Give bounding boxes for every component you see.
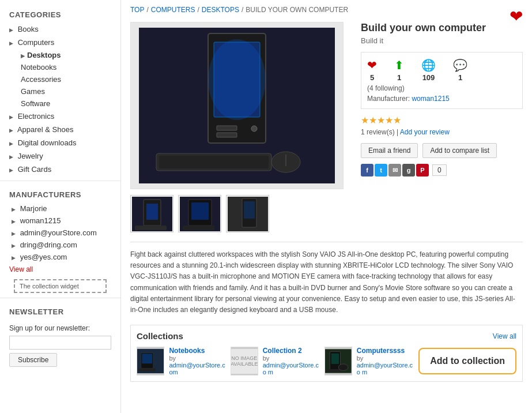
collection-info-notebooks: Notebooks by admin@yourStore.com [169,347,226,376]
sidebar-item-apparel-label: Apparel & Shoes [17,125,74,134]
manufacturer-marjorie[interactable]: Marjorie [0,202,120,215]
facebook-share-button[interactable]: f [361,164,373,177]
following-text: (4 following) [367,84,516,92]
thumbnail-images [130,195,349,232]
manufacturer-text: Manufacturer: woman1215 [367,95,516,103]
manufacturer-dring[interactable]: dring@dring.com [0,239,120,251]
collection-image-computerssss[interactable] [325,347,352,376]
comment-count: 1 [458,73,462,82]
collections-view-all[interactable]: View all [493,332,516,340]
collection-name-notebooks[interactable]: Notebooks [169,347,226,355]
email-friend-button[interactable]: Email a friend [361,143,418,158]
svg-point-31 [338,364,348,371]
main-product-image[interactable] [130,22,344,189]
sidebar-item-desktops[interactable]: ▶Desktops [0,49,120,61]
twitter-share-button[interactable]: t [375,164,387,177]
collection-author-col2[interactable]: admin@yourStore.co m [263,362,320,376]
breadcrumb-top[interactable]: TOP [130,6,144,14]
sidebar-item-software[interactable]: Software [0,97,120,110]
thumbnail-2[interactable] [178,195,221,232]
sidebar-item-notebooks[interactable]: Notebooks [0,61,120,73]
sidebar-item-jewelry-label: Jewelry [18,152,43,160]
product-images [130,22,349,232]
collections-grid: Notebooks by admin@yourStore.com NO IMAG… [137,347,516,376]
breadcrumb-computers[interactable]: COMPUTERS [151,6,195,14]
collection-by-computerssss: by [357,355,414,362]
breadcrumb-desktops[interactable]: DESKTOPS [202,6,239,14]
collection-by-notebooks: by [169,355,226,362]
collection-item-notebooks: Notebooks by admin@yourStore.com [137,347,226,376]
categories-title: CATEGORIES [0,6,120,22]
collection-widget: The collection widget [14,279,107,293]
compare-button[interactable]: Add to compare list [422,143,497,158]
collection-info-col2: Collection 2 by admin@yourStore.co m [263,347,320,376]
svg-rect-25 [142,354,152,363]
stats-row: ❤ 5 ⬆ 1 🌐 109 💬 1 [367,58,516,82]
collection-author-notebooks[interactable]: admin@yourStore.com [169,362,226,376]
product-area: Build your own computer Build it ❤ 5 ⬆ 1 [130,22,523,232]
sidebar-item-apparel[interactable]: Apparel & Shoes [0,123,120,136]
manufacturer-yes[interactable]: yes@yes.com [0,251,120,263]
sidebar-item-giftcards[interactable]: Gift Cards [0,163,120,176]
collection-name-computerssss[interactable]: Computerssss [357,347,414,355]
svg-rect-18 [191,202,209,220]
stat-share: ⬆ 1 [394,58,404,82]
email-share-button[interactable]: ✉ [388,164,401,177]
globe-stat-icon: 🌐 [421,58,436,72]
product-stars: ★★★★★ [361,115,523,126]
subscribe-button[interactable]: Subscribe [9,353,57,367]
breadcrumb-current: BUILD YOUR OWN COMPUTER [246,6,348,14]
newsletter-title: NEWSLETTER [0,303,120,320]
sidebar-item-accessories[interactable]: Accessories [0,73,120,85]
breadcrumb: TOP / COMPUTERS / DESKTOPS / BUILD YOUR … [130,6,523,14]
main-content: TOP / COMPUTERS / DESKTOPS / BUILD YOUR … [121,0,532,413]
svg-rect-30 [327,369,341,371]
sidebar-item-accessories-label: Accessories [21,75,61,84]
stat-comment: 💬 1 [453,58,467,82]
share-count: 1 [397,73,401,82]
manufacturers-view-all[interactable]: View all [0,263,120,276]
sidebar-item-computers[interactable]: Computers [0,36,120,49]
thumbnail-1[interactable] [130,195,173,232]
manufacturer-link[interactable]: woman1215 [412,95,449,103]
manufacturer-woman1215[interactable]: woman1215 [0,215,120,227]
sidebar-item-electronics-label: Electronics [18,112,55,121]
sidebar-item-digital[interactable]: Digital downloads [0,136,120,149]
collection-image-notebooks[interactable] [137,347,164,376]
sidebar-item-games-label: Games [21,87,45,96]
action-buttons: Email a friend Add to compare list [361,143,523,158]
sidebar-item-desktops-label: Desktops [27,51,61,59]
sidebar-item-books-label: Books [18,25,39,33]
collection-widget-label: The collection widget [20,283,79,290]
gplus-share-button[interactable]: g [402,164,415,177]
svg-rect-19 [183,226,214,230]
share-stat-icon: ⬆ [394,58,404,72]
review-count: 1 review(s) [361,128,395,136]
svg-point-7 [251,126,257,132]
thumbnail-3[interactable] [226,195,269,232]
add-to-collection-button[interactable]: Add to collection [418,348,516,374]
heart-count: 5 [370,73,374,82]
collection-name-col2[interactable]: Collection 2 [263,347,320,355]
svg-rect-22 [244,201,255,219]
svg-rect-26 [139,369,156,371]
collections-header: Collections View all [137,331,516,341]
sidebar-item-jewelry[interactable]: Jewelry [0,149,120,163]
sidebar-item-software-label: Software [21,99,50,108]
stat-globe: 🌐 109 [421,58,436,82]
svg-point-4 [208,39,266,120]
sidebar-item-giftcards-label: Gift Cards [18,165,52,174]
sidebar-item-games[interactable]: Games [0,85,120,97]
sidebar-item-books[interactable]: Books [0,22,120,36]
wishlist-heart-icon[interactable]: ❤ [510,7,523,26]
sidebar-item-electronics[interactable]: Electronics [0,110,120,123]
product-description: Fight back against cluttered workspaces … [130,242,523,316]
stat-heart: ❤ 5 [367,58,377,82]
collection-image-col2[interactable]: NO IMAGE AVAILABLE [231,347,258,376]
svg-rect-29 [331,354,339,364]
newsletter-input[interactable] [9,336,111,350]
collection-author-computerssss[interactable]: admin@yourStore.co m [357,362,414,376]
pinterest-share-button[interactable]: P [416,164,429,177]
add-review-link[interactable]: Add your review [400,128,450,136]
manufacturer-admin[interactable]: admin@yourStore.com [0,227,120,239]
